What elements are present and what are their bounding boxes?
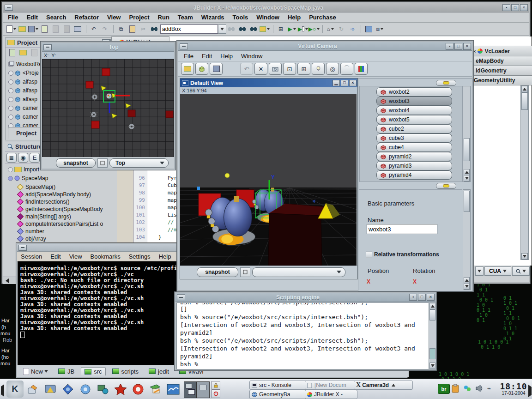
scripting-console[interactable]: bsh % source("/e/woxbot/src/scripts/inte… [176, 302, 429, 369]
phone-tray-icon[interactable]: ⌁ [484, 383, 494, 394]
scrollbar-thumb[interactable] [464, 138, 470, 161]
maximize-icon[interactable]: □ [418, 294, 426, 301]
close-icon[interactable]: × [427, 294, 435, 301]
menu-purchase[interactable]: Purchase [309, 14, 336, 21]
menu-view[interactable]: View [107, 14, 121, 21]
view-selector[interactable]: Top [109, 158, 169, 168]
object-button-cube4[interactable]: cube4 [376, 143, 452, 152]
klipper-icon[interactable] [450, 383, 461, 394]
debug-button[interactable]: ▶ [298, 24, 308, 34]
add-files-button[interactable] [18, 48, 28, 58]
pager-desktop-2[interactable] [197, 381, 210, 398]
expander-icon[interactable] [8, 97, 13, 102]
scroll-down-icon[interactable] [464, 175, 470, 181]
tab-pyramidgeometry[interactable]: idGeometry [472, 66, 532, 76]
tray-app-icon[interactable] [462, 383, 473, 394]
tab-jb[interactable]: JB [54, 367, 78, 376]
color-bars-button[interactable] [355, 63, 368, 75]
object-button-cube3[interactable]: cube3 [376, 133, 452, 143]
scroll-left-icon[interactable] [6, 278, 9, 283]
sort-button[interactable]: ≣ [6, 153, 17, 163]
search-input[interactable] [160, 24, 218, 34]
minimize-icon[interactable]: ▪ [502, 4, 510, 11]
lock-icon[interactable] [212, 381, 220, 390]
close-icon[interactable]: × [349, 80, 357, 86]
insert-mode-dropdown[interactable] [475, 266, 484, 276]
editor-scrollbar[interactable] [520, 85, 529, 260]
run-button[interactable]: ▶ [287, 24, 297, 34]
top-view-titlebar[interactable]: Top [42, 43, 174, 52]
maximize-icon[interactable]: □ [341, 80, 348, 86]
konqueror-icon[interactable] [59, 381, 76, 398]
cut-button[interactable]: ✂ [138, 24, 148, 34]
project-properties-button[interactable] [7, 48, 17, 58]
layers-button[interactable]: ⧈ [375, 24, 385, 34]
scrollbar-thumb[interactable] [464, 191, 470, 212]
tree-row[interactable]: main(String[] args) [17, 213, 71, 220]
tab-scripts[interactable]: scripts [109, 367, 143, 376]
curve-button[interactable]: ⌒ [340, 63, 353, 75]
object-list-scrollbar[interactable] [463, 86, 471, 182]
zoom-dropdown[interactable] [512, 266, 530, 276]
scene-3d-viewport[interactable]: Y [180, 94, 357, 266]
desktop-icon-label[interactable]: Har [1, 348, 10, 353]
camera-button[interactable] [269, 63, 282, 75]
jbuilder-titlebar[interactable]: JBuilder X - /e/woxbot/src/woxbot/SpaceM… [3, 3, 529, 12]
taskbar-scroll-up-icon[interactable] [392, 384, 395, 387]
parameters-scrollbar[interactable] [463, 189, 471, 290]
expander-icon[interactable] [8, 71, 13, 76]
tree-row[interactable]: computeIntersectionPairs(List o [17, 221, 103, 227]
menu-edit[interactable]: Edit [26, 14, 38, 21]
window-menu-icon[interactable] [180, 43, 188, 49]
profile-button[interactable]: ▶○ [309, 24, 319, 34]
taskbar-clock[interactable]: 18:10 17-01-2004 [498, 380, 529, 398]
menu-window[interactable]: Window [256, 14, 279, 21]
tree-row[interactable]: add(SpaceMapBody body) [17, 191, 91, 198]
expander-icon[interactable] [8, 88, 13, 93]
tab-project[interactable]: Project [8, 127, 45, 139]
openoffice-icon[interactable] [164, 381, 181, 398]
minimize-icon[interactable]: ▪ [409, 294, 417, 301]
tree-row[interactable]: findIntersections() [17, 199, 69, 205]
blue-marker[interactable] [197, 187, 200, 190]
tree-row[interactable]: number [17, 228, 44, 235]
taskbar-button-camera3d[interactable]: X Camera3d [354, 381, 413, 390]
menu-project[interactable]: Project [129, 14, 149, 21]
window-menu-icon[interactable] [43, 44, 52, 50]
dark-red-cube[interactable] [268, 204, 326, 266]
tree-row[interactable]: alfasp [8, 87, 37, 94]
kmenu-icon[interactable]: K [6, 381, 24, 398]
menu-help[interactable]: Help [159, 253, 171, 260]
tree-row[interactable]: alfasp [8, 79, 37, 85]
close-icon[interactable]: × [520, 4, 528, 11]
menu-tools[interactable]: Tools [233, 14, 248, 21]
khelpcenter-icon[interactable] [77, 381, 94, 398]
new-file-button[interactable] [6, 24, 16, 34]
grid-button[interactable]: ⊞ [297, 63, 310, 75]
menu-session[interactable]: Session [21, 253, 42, 260]
minimize-icon[interactable]: ▪ [446, 43, 453, 50]
window-menu-icon[interactable] [18, 245, 27, 251]
menu-bookmarks[interactable]: Bookmarks [91, 253, 121, 260]
open-button[interactable] [17, 24, 27, 34]
scroll-down-icon[interactable] [521, 253, 528, 260]
relative-transformations-checkbox[interactable] [366, 252, 372, 258]
taskbar-button-geometry[interactable]: GeometryBa [249, 390, 308, 399]
tree-row[interactable]: SpaceMap [8, 175, 48, 181]
desktop-icon-label[interactable]: mou [0, 331, 10, 336]
menu-help[interactable]: Help [288, 14, 301, 21]
add-object-button[interactable] [195, 63, 208, 75]
tab-geometryutility[interactable]: GeometryUtility [471, 75, 532, 85]
paste-button[interactable] [127, 24, 137, 34]
todo-folder-button[interactable] [260, 24, 270, 34]
menu-edit[interactable]: Edit [202, 53, 212, 60]
scroll-up-icon[interactable] [464, 169, 470, 175]
tree-row[interactable]: SpaceMap() [17, 184, 55, 190]
filter-button[interactable]: ◉ [18, 153, 28, 163]
taskbar-button-konsole[interactable]: src - Konsole [249, 381, 308, 390]
menu-file[interactable]: File [184, 53, 193, 60]
object-button-pyramid3[interactable]: pyramid3 [376, 161, 452, 170]
tree-row[interactable]: getIntersection(SpaceMapBody [17, 206, 103, 212]
keyboard-layout-indicator[interactable]: br [438, 384, 450, 394]
collapse-handle[interactable] [436, 80, 456, 86]
